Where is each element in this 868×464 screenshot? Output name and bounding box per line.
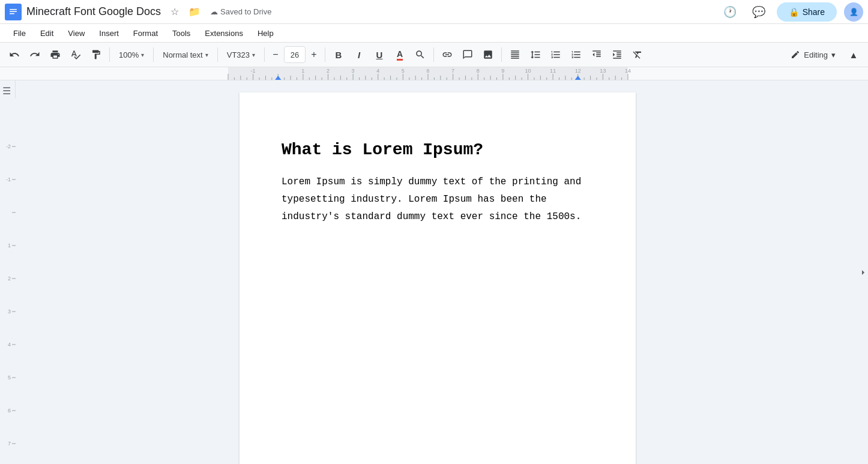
font-size-input[interactable] [284, 46, 306, 63]
text-color-button[interactable]: A [390, 45, 409, 64]
svg-rect-2 [10, 11, 17, 12]
svg-rect-1 [10, 9, 17, 10]
header-right: 🕐 💬 🔒 Share 👤 [719, 1, 863, 23]
style-chevron: ▾ [205, 52, 208, 58]
page-heading: What is Lorem Ipsum? [282, 140, 594, 159]
cloud-icon: ☁ [210, 7, 218, 16]
right-collapse-handle[interactable] [860, 80, 868, 464]
numbered-list-button[interactable] [567, 45, 586, 64]
outline-icon[interactable]: ☰ [2, 85, 11, 97]
separator-4 [264, 47, 265, 62]
format-paint-button[interactable] [86, 45, 106, 64]
separator-5 [325, 47, 325, 62]
save-status: ☁ Saved to Drive [210, 7, 271, 16]
font-size-decrease-button[interactable]: − [268, 47, 283, 62]
font-select[interactable]: VT323 ▾ [222, 46, 261, 64]
collapse-toolbar-button[interactable]: ▲ [844, 45, 863, 64]
document-area[interactable]: What is Lorem Ipsum? Lorem Ipsum is simp… [16, 80, 860, 464]
menu-help[interactable]: Help [252, 26, 280, 40]
vertical-ruler-canvas [0, 98, 16, 464]
menu-extensions[interactable]: Extensions [199, 26, 249, 40]
menu-insert[interactable]: Insert [93, 26, 125, 40]
menu-tools[interactable]: Tools [166, 26, 196, 40]
line-spacing-button[interactable] [526, 45, 545, 64]
share-button[interactable]: 🔒 Share [777, 2, 837, 22]
user-avatar[interactable]: 👤 [844, 2, 863, 22]
italic-button[interactable]: I [349, 45, 369, 64]
link-button[interactable] [438, 45, 457, 64]
undo-button[interactable] [5, 45, 24, 64]
align-button[interactable] [505, 45, 525, 64]
toolbar-right: Editing ▾ ▲ [785, 45, 863, 64]
indent-increase-button[interactable] [607, 45, 627, 64]
doc-title: Minecraft Font Google Docs [26, 5, 161, 18]
image-button[interactable] [478, 45, 498, 64]
menu-file[interactable]: File [7, 26, 32, 40]
star-icon[interactable]: ☆ [168, 4, 181, 20]
ruler [0, 67, 868, 80]
highlight-button[interactable] [411, 45, 430, 64]
comment-button[interactable] [458, 45, 477, 64]
history-icon[interactable]: 🕐 [719, 1, 741, 23]
titlebar: Minecraft Font Google Docs ☆ 📁 ☁ Saved t… [0, 0, 868, 24]
chat-icon[interactable]: 💬 [748, 1, 770, 23]
menu-format[interactable]: Format [127, 26, 164, 40]
font-size-control: − + [268, 46, 321, 63]
lock-icon: 🔒 [789, 7, 799, 17]
underline-button[interactable]: U [370, 45, 389, 64]
move-icon[interactable]: 📁 [186, 4, 203, 20]
font-size-increase-button[interactable]: + [307, 47, 321, 62]
text-format-buttons: B I U A [329, 45, 430, 64]
separator-6 [433, 47, 434, 62]
redo-button[interactable] [25, 45, 44, 64]
zoom-select[interactable]: 100% ▾ [113, 46, 149, 64]
style-select[interactable]: Normal text ▾ [157, 46, 213, 64]
spell-check-button[interactable] [66, 45, 85, 64]
menu-view[interactable]: View [62, 26, 91, 40]
separator-1 [109, 47, 110, 62]
ruler-canvas [0, 67, 868, 80]
left-ruler: ☰ [0, 80, 16, 464]
clear-format-button[interactable] [628, 45, 647, 64]
document-page: What is Lorem Ipsum? Lorem Ipsum is simp… [240, 92, 636, 464]
toolbar: 100% ▾ Normal text ▾ VT323 ▾ − + B I U A [0, 42, 868, 67]
main-area: ☰ What is Lorem Ipsum? Lorem Ipsum is si… [0, 80, 868, 464]
svg-rect-3 [10, 13, 14, 14]
separator-7 [501, 47, 502, 62]
menu-edit[interactable]: Edit [34, 26, 59, 40]
zoom-chevron: ▾ [141, 52, 144, 58]
checklist-button[interactable] [546, 45, 565, 64]
editing-button[interactable]: Editing ▾ [785, 47, 842, 62]
menubar: File Edit View Insert Format Tools Exten… [0, 24, 868, 42]
page-body[interactable]: Lorem Ipsum is simply dummy text of the … [282, 173, 594, 225]
print-button[interactable] [46, 45, 65, 64]
docs-icon [5, 4, 22, 20]
separator-3 [217, 47, 218, 62]
bold-button[interactable]: B [329, 45, 348, 64]
font-chevron: ▾ [252, 52, 255, 58]
separator-2 [153, 47, 154, 62]
editing-chevron: ▾ [831, 50, 836, 59]
indent-decrease-button[interactable] [587, 45, 606, 64]
title-icons: ☆ 📁 ☁ Saved to Drive [168, 4, 271, 20]
